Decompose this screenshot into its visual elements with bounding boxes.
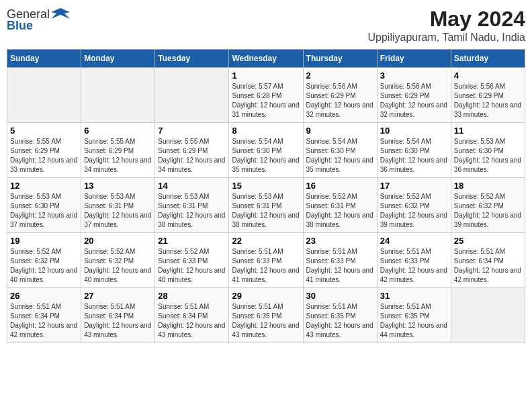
table-row: 29Sunrise: 5:51 AM Sunset: 6:35 PM Dayli… xyxy=(229,288,303,343)
day-info: Sunrise: 5:51 AM Sunset: 6:34 PM Dayligh… xyxy=(454,247,522,285)
day-number: 6 xyxy=(84,126,152,136)
table-row: 5Sunrise: 5:55 AM Sunset: 6:29 PM Daylig… xyxy=(7,123,81,178)
logo-bird-icon xyxy=(51,7,70,21)
table-row: 26Sunrise: 5:51 AM Sunset: 6:34 PM Dayli… xyxy=(7,288,81,343)
col-friday: Friday xyxy=(377,50,451,68)
day-number: 15 xyxy=(232,181,300,191)
title-block: May 2024 Uppiliyapuram, Tamil Nadu, Indi… xyxy=(368,7,525,44)
table-row: 2Sunrise: 5:56 AM Sunset: 6:29 PM Daylig… xyxy=(303,68,377,123)
day-info: Sunrise: 5:53 AM Sunset: 6:31 PM Dayligh… xyxy=(158,192,226,230)
day-number: 31 xyxy=(380,291,448,301)
calendar-week-row: 1Sunrise: 5:57 AM Sunset: 6:28 PM Daylig… xyxy=(7,68,525,123)
table-row: 27Sunrise: 5:51 AM Sunset: 6:34 PM Dayli… xyxy=(81,288,155,343)
table-row: 15Sunrise: 5:53 AM Sunset: 6:31 PM Dayli… xyxy=(229,178,303,233)
day-number: 24 xyxy=(380,236,448,246)
day-info: Sunrise: 5:53 AM Sunset: 6:30 PM Dayligh… xyxy=(10,192,78,230)
day-number: 18 xyxy=(454,181,522,191)
table-row: 6Sunrise: 5:55 AM Sunset: 6:29 PM Daylig… xyxy=(81,123,155,178)
day-info: Sunrise: 5:56 AM Sunset: 6:29 PM Dayligh… xyxy=(380,82,448,120)
col-thursday: Thursday xyxy=(303,50,377,68)
table-row: 28Sunrise: 5:51 AM Sunset: 6:34 PM Dayli… xyxy=(155,288,229,343)
day-number: 21 xyxy=(158,236,226,246)
table-row: 17Sunrise: 5:52 AM Sunset: 6:32 PM Dayli… xyxy=(377,178,451,233)
day-info: Sunrise: 5:57 AM Sunset: 6:28 PM Dayligh… xyxy=(232,82,300,120)
logo: General Blue xyxy=(7,7,70,33)
day-number: 28 xyxy=(158,291,226,301)
table-row: 1Sunrise: 5:57 AM Sunset: 6:28 PM Daylig… xyxy=(229,68,303,123)
table-row: 7Sunrise: 5:55 AM Sunset: 6:29 PM Daylig… xyxy=(155,123,229,178)
calendar-week-row: 26Sunrise: 5:51 AM Sunset: 6:34 PM Dayli… xyxy=(7,288,525,343)
day-number: 12 xyxy=(10,181,78,191)
day-info: Sunrise: 5:51 AM Sunset: 6:33 PM Dayligh… xyxy=(306,247,374,285)
day-number: 9 xyxy=(306,126,374,136)
table-row xyxy=(81,68,155,123)
table-row: 4Sunrise: 5:56 AM Sunset: 6:29 PM Daylig… xyxy=(451,68,525,123)
day-number: 8 xyxy=(232,126,300,136)
col-saturday: Saturday xyxy=(451,50,525,68)
day-info: Sunrise: 5:51 AM Sunset: 6:35 PM Dayligh… xyxy=(306,302,374,340)
page-subtitle: Uppiliyapuram, Tamil Nadu, India xyxy=(368,32,525,44)
table-row: 3Sunrise: 5:56 AM Sunset: 6:29 PM Daylig… xyxy=(377,68,451,123)
table-row: 8Sunrise: 5:54 AM Sunset: 6:30 PM Daylig… xyxy=(229,123,303,178)
day-number: 26 xyxy=(10,291,78,301)
table-row: 10Sunrise: 5:54 AM Sunset: 6:30 PM Dayli… xyxy=(377,123,451,178)
day-number: 3 xyxy=(380,71,448,81)
table-row: 21Sunrise: 5:52 AM Sunset: 6:33 PM Dayli… xyxy=(155,233,229,288)
table-row: 11Sunrise: 5:53 AM Sunset: 6:30 PM Dayli… xyxy=(451,123,525,178)
table-row xyxy=(7,68,81,123)
day-number: 25 xyxy=(454,236,522,246)
day-info: Sunrise: 5:51 AM Sunset: 6:33 PM Dayligh… xyxy=(380,247,448,285)
day-info: Sunrise: 5:52 AM Sunset: 6:32 PM Dayligh… xyxy=(454,192,522,230)
day-number: 2 xyxy=(306,71,374,81)
table-row: 30Sunrise: 5:51 AM Sunset: 6:35 PM Dayli… xyxy=(303,288,377,343)
col-monday: Monday xyxy=(81,50,155,68)
day-info: Sunrise: 5:55 AM Sunset: 6:29 PM Dayligh… xyxy=(158,137,226,175)
day-info: Sunrise: 5:52 AM Sunset: 6:32 PM Dayligh… xyxy=(380,192,448,230)
col-wednesday: Wednesday xyxy=(229,50,303,68)
svg-marker-0 xyxy=(51,8,70,19)
day-number: 5 xyxy=(10,126,78,136)
logo-blue-text: Blue xyxy=(7,19,33,33)
table-row: 13Sunrise: 5:53 AM Sunset: 6:31 PM Dayli… xyxy=(81,178,155,233)
table-row: 24Sunrise: 5:51 AM Sunset: 6:33 PM Dayli… xyxy=(377,233,451,288)
day-info: Sunrise: 5:52 AM Sunset: 6:33 PM Dayligh… xyxy=(158,247,226,285)
calendar-table: Sunday Monday Tuesday Wednesday Thursday… xyxy=(7,49,525,343)
calendar-week-row: 19Sunrise: 5:52 AM Sunset: 6:32 PM Dayli… xyxy=(7,233,525,288)
day-info: Sunrise: 5:51 AM Sunset: 6:34 PM Dayligh… xyxy=(84,302,152,340)
day-info: Sunrise: 5:53 AM Sunset: 6:30 PM Dayligh… xyxy=(454,137,522,175)
table-row: 14Sunrise: 5:53 AM Sunset: 6:31 PM Dayli… xyxy=(155,178,229,233)
day-info: Sunrise: 5:52 AM Sunset: 6:32 PM Dayligh… xyxy=(84,247,152,285)
table-row xyxy=(451,288,525,343)
day-info: Sunrise: 5:51 AM Sunset: 6:33 PM Dayligh… xyxy=(232,247,300,285)
day-info: Sunrise: 5:51 AM Sunset: 6:34 PM Dayligh… xyxy=(10,302,78,340)
table-row: 22Sunrise: 5:51 AM Sunset: 6:33 PM Dayli… xyxy=(229,233,303,288)
table-row: 12Sunrise: 5:53 AM Sunset: 6:30 PM Dayli… xyxy=(7,178,81,233)
day-number: 7 xyxy=(158,126,226,136)
col-tuesday: Tuesday xyxy=(155,50,229,68)
day-info: Sunrise: 5:54 AM Sunset: 6:30 PM Dayligh… xyxy=(232,137,300,175)
day-number: 17 xyxy=(380,181,448,191)
day-info: Sunrise: 5:51 AM Sunset: 6:35 PM Dayligh… xyxy=(380,302,448,340)
calendar-week-row: 12Sunrise: 5:53 AM Sunset: 6:30 PM Dayli… xyxy=(7,178,525,233)
day-number: 16 xyxy=(306,181,374,191)
day-info: Sunrise: 5:54 AM Sunset: 6:30 PM Dayligh… xyxy=(380,137,448,175)
day-number: 10 xyxy=(380,126,448,136)
table-row: 16Sunrise: 5:52 AM Sunset: 6:31 PM Dayli… xyxy=(303,178,377,233)
day-number: 30 xyxy=(306,291,374,301)
day-number: 14 xyxy=(158,181,226,191)
page-header: General Blue May 2024 Uppiliyapuram, Tam… xyxy=(7,7,525,44)
day-info: Sunrise: 5:55 AM Sunset: 6:29 PM Dayligh… xyxy=(84,137,152,175)
day-number: 23 xyxy=(306,236,374,246)
table-row: 31Sunrise: 5:51 AM Sunset: 6:35 PM Dayli… xyxy=(377,288,451,343)
day-info: Sunrise: 5:56 AM Sunset: 6:29 PM Dayligh… xyxy=(306,82,374,120)
day-number: 13 xyxy=(84,181,152,191)
day-info: Sunrise: 5:52 AM Sunset: 6:32 PM Dayligh… xyxy=(10,247,78,285)
day-number: 19 xyxy=(10,236,78,246)
table-row xyxy=(155,68,229,123)
day-info: Sunrise: 5:54 AM Sunset: 6:30 PM Dayligh… xyxy=(306,137,374,175)
day-info: Sunrise: 5:56 AM Sunset: 6:29 PM Dayligh… xyxy=(454,82,522,120)
table-row: 25Sunrise: 5:51 AM Sunset: 6:34 PM Dayli… xyxy=(451,233,525,288)
table-row: 9Sunrise: 5:54 AM Sunset: 6:30 PM Daylig… xyxy=(303,123,377,178)
day-info: Sunrise: 5:51 AM Sunset: 6:35 PM Dayligh… xyxy=(232,302,300,340)
day-number: 27 xyxy=(84,291,152,301)
